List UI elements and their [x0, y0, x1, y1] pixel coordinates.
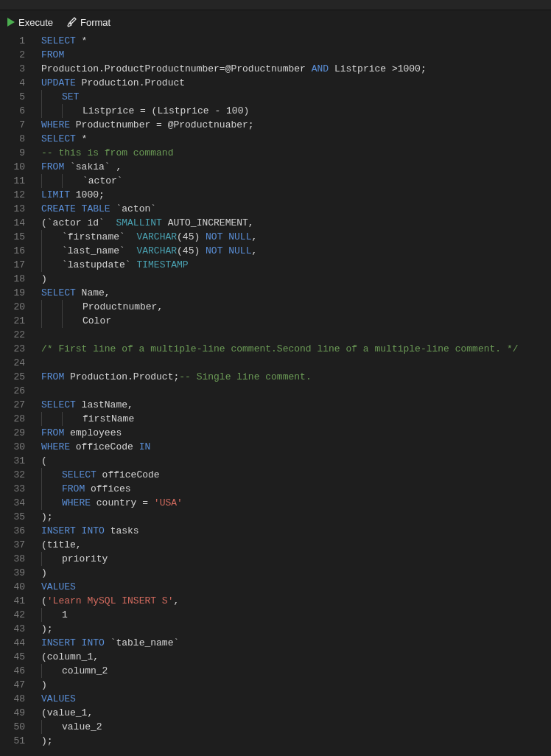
code-line[interactable]: Productnumber, [41, 300, 551, 314]
code-line[interactable]: ); [41, 622, 551, 636]
code-line[interactable]: INSERT INTO `table_name` [41, 636, 551, 650]
code-line[interactable]: Listprice = (Listprice - 100) [41, 104, 551, 118]
line-number: 2 [0, 48, 25, 62]
line-number: 13 [0, 202, 25, 216]
code-line[interactable]: SELECT * [41, 34, 551, 48]
code-line[interactable]: firstName [41, 412, 551, 426]
line-number: 36 [0, 524, 25, 538]
code-line[interactable]: ); [41, 734, 551, 748]
code-line[interactable]: FROM employees [41, 426, 551, 440]
code-line[interactable]: ); [41, 510, 551, 524]
code-line[interactable]: Color [41, 314, 551, 328]
code-line[interactable]: ('Learn MySQL INSERT S', [41, 594, 551, 608]
token-ident: ) [41, 678, 47, 692]
line-number: 32 [0, 468, 25, 482]
token-str: 'Learn MySQL INSERT S' [47, 594, 174, 608]
code-line[interactable]: Production.ProductProductnumber=@Product… [41, 62, 551, 76]
token-kw: SELECT [62, 468, 96, 482]
code-line[interactable]: FROM [41, 48, 551, 62]
line-number: 8 [0, 132, 25, 146]
code-line[interactable]: VALUES [41, 692, 551, 706]
code-line[interactable]: CREATE TABLE `acton` [41, 202, 551, 216]
code-line[interactable]: 1 [41, 608, 551, 622]
token-ident: `firstname` [62, 230, 136, 244]
code-line[interactable]: value_2 [41, 720, 551, 734]
code-line[interactable]: priority [41, 552, 551, 566]
code-line[interactable]: SELECT * [41, 132, 551, 146]
indent-guide [62, 104, 83, 118]
code-line[interactable]: SELECT officeCode [41, 468, 551, 482]
code-line[interactable]: ( [41, 454, 551, 468]
code-line[interactable]: (value_1, [41, 706, 551, 720]
code-line[interactable] [41, 356, 551, 370]
code-area[interactable]: SELECT *FROMProduction.ProductProductnum… [35, 34, 551, 748]
token-kw: NOT NULL [206, 244, 251, 258]
token-typ: TIMESTAMP [136, 258, 188, 272]
line-number: 10 [0, 160, 25, 174]
token-ident: Name, [76, 286, 110, 300]
code-line[interactable]: UPDATE Production.Product [41, 76, 551, 90]
token-kw: INSERT INTO [41, 636, 105, 650]
toolbar: Execute Format [0, 10, 551, 34]
code-line[interactable] [41, 384, 551, 398]
code-line[interactable]: (column_1, [41, 650, 551, 664]
token-op: * [76, 132, 88, 146]
code-line[interactable]: column_2 [41, 664, 551, 678]
line-number: 47 [0, 678, 25, 692]
token-kw: SET [62, 90, 79, 104]
token-ident: (`actor id` [41, 216, 116, 230]
token-kw: UPDATE [41, 76, 76, 90]
code-line[interactable]: ) [41, 566, 551, 580]
token-ident: ) [41, 566, 47, 580]
line-number: 15 [0, 230, 25, 244]
execute-button[interactable]: Execute [7, 17, 53, 28]
token-cmt: /* First line of a multiple-line comment… [41, 342, 519, 356]
code-line[interactable]: FROM offices [41, 482, 551, 496]
token-kw: WHERE [41, 118, 70, 132]
line-number: 31 [0, 454, 25, 468]
token-ident: `lastupdate` [62, 258, 136, 272]
code-line[interactable]: /* First line of a multiple-line comment… [41, 342, 551, 356]
code-line[interactable]: VALUES [41, 580, 551, 594]
code-line[interactable]: FROM `sakia` , [41, 160, 551, 174]
code-line[interactable] [41, 328, 551, 342]
token-ident: ); [41, 734, 53, 748]
format-button[interactable]: Format [66, 17, 110, 28]
line-number: 23 [0, 342, 25, 356]
token-ident: officeCode [96, 468, 160, 482]
code-line[interactable]: (`actor id` SMALLINT AUTO_INCREMENT, [41, 216, 551, 230]
indent-guide [41, 496, 62, 510]
code-line[interactable]: LIMIT 1000; [41, 188, 551, 202]
token-ident: offices [85, 482, 130, 496]
code-line[interactable]: SELECT Name, [41, 286, 551, 300]
code-line[interactable]: FROM Production.Product;-- Single line c… [41, 370, 551, 384]
code-line[interactable]: WHERE country = 'USA' [41, 496, 551, 510]
code-line[interactable]: `last_name` VARCHAR(45) NOT NULL, [41, 244, 551, 258]
line-number: 42 [0, 608, 25, 622]
code-line[interactable]: INSERT INTO tasks [41, 524, 551, 538]
line-number: 50 [0, 720, 25, 734]
code-line[interactable]: WHERE Productnumber = @Productnuaber; [41, 118, 551, 132]
code-line[interactable]: -- this is from command [41, 146, 551, 160]
token-kw: WHERE [41, 440, 70, 454]
code-line[interactable]: `firstname` VARCHAR(45) NOT NULL, [41, 230, 551, 244]
code-line[interactable]: `lastupdate` TIMESTAMP [41, 258, 551, 272]
token-ident: ) [41, 272, 47, 286]
token-ident: `table_name` [105, 636, 179, 650]
line-number: 43 [0, 622, 25, 636]
code-line[interactable]: WHERE officeCode IN [41, 440, 551, 454]
line-number: 38 [0, 552, 25, 566]
token-ident: `last_name` [62, 244, 136, 258]
line-number: 9 [0, 146, 25, 160]
code-line[interactable]: (title, [41, 538, 551, 552]
line-number: 17 [0, 258, 25, 272]
code-line[interactable]: ) [41, 678, 551, 692]
code-line[interactable]: ) [41, 272, 551, 286]
code-editor[interactable]: 1234567891011121314151617181920212223242… [0, 34, 551, 748]
code-line[interactable]: `actor` [41, 174, 551, 188]
token-kw: VALUES [41, 580, 76, 594]
code-line[interactable]: SET [41, 90, 551, 104]
indent-guide [41, 720, 62, 734]
code-line[interactable]: SELECT lastName, [41, 398, 551, 412]
token-ident: `sakia` , [64, 160, 122, 174]
